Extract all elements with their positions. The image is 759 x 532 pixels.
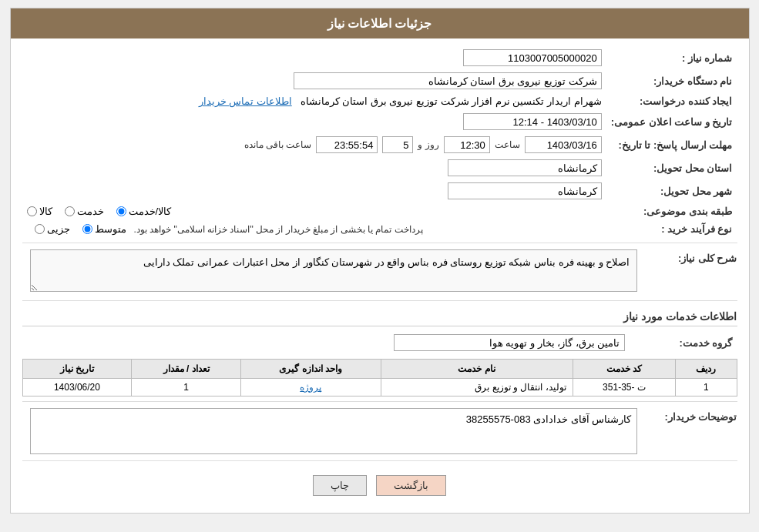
province-label: استان محل تحویل:: [606, 156, 737, 179]
info-table: شماره نیاز : 1103007005000020 نام دستگاه…: [22, 46, 737, 238]
description-label: شرح کلی نیاز:: [637, 248, 737, 267]
city-input: کرمانشاه: [448, 182, 602, 199]
buyer-desc-content: کارشناس آقای خدادادی 083-38255575: [22, 407, 637, 456]
buyer-org-row: نام دستگاه خریدار: شرکت توزیع نیروی برق …: [22, 69, 737, 92]
back-button[interactable]: بازگشت: [376, 475, 446, 496]
page-header: جزئیات اطلاعات نیاز: [11, 8, 749, 38]
category-radio-group: کالا خدمت کالا/خدمت: [27, 206, 602, 217]
services-section-title: اطلاعات خدمات مورد نیاز: [22, 310, 737, 326]
divider-2: [22, 300, 737, 301]
description-content: [22, 248, 637, 296]
province-value: کرمانشاه: [22, 156, 606, 179]
col-code: کد خدمت: [573, 360, 676, 379]
category-khedmat-label: خدمت: [77, 206, 104, 217]
divider-1: [22, 243, 737, 243]
service-group-table: گروه خدمت: تامین برق، گاز، بخار و تهویه …: [22, 331, 737, 354]
city-label: شهر محل تحویل:: [606, 179, 737, 202]
deadline-time-input: 12:30: [444, 136, 490, 153]
description-textarea[interactable]: [30, 249, 637, 292]
col-count: تعداد / مقدار: [132, 360, 241, 379]
unit-link[interactable]: پروژه: [300, 382, 321, 393]
cell-name: تولید، انتقال و توزیع برق: [381, 379, 573, 396]
services-table: ردیف کد خدمت نام خدمت واحد اندازه گیری ت…: [22, 359, 737, 396]
cell-count: 1: [132, 379, 241, 396]
description-section: شرح کلی نیاز:: [22, 248, 737, 296]
category-both-radio[interactable]: [116, 206, 126, 216]
category-options: کالا خدمت کالا/خدمت: [22, 202, 606, 220]
creator-value: شهرام اریدار تکنسین نرم افزار شرکت توزیع…: [22, 92, 606, 110]
service-group-input: تامین برق، گاز، بخار و تهویه هوا: [394, 334, 625, 351]
deadline-remaining-label: ساعت باقی مانده: [244, 139, 312, 150]
content-area: شماره نیاز : 1103007005000020 نام دستگاه…: [11, 38, 749, 513]
table-row: 1 ت -35-351 تولید، انتقال و توزیع برق پر…: [22, 379, 737, 396]
announce-date-row: تاریخ و ساعت اعلان عمومی: 1403/03/10 - 1…: [22, 110, 737, 133]
buyer-org-label: نام دستگاه خریدار:: [606, 69, 737, 92]
category-row: طبقه بندی موضوعی: کالا خدمت: [22, 202, 737, 220]
need-number-value: 1103007005000020: [22, 46, 606, 69]
cell-unit: پروژه: [241, 379, 381, 396]
creator-label: ایجاد کننده درخواست:: [606, 92, 737, 110]
process-radio-group: جزیی متوسط: [35, 223, 126, 235]
process-row: نوع فرآیند خرید : جزیی متوسط: [22, 220, 737, 238]
category-both-item[interactable]: کالا/خدمت: [116, 206, 172, 217]
need-number-input: 1103007005000020: [463, 49, 602, 66]
buyer-desc-box: کارشناس آقای خدادادی 083-38255575: [30, 408, 637, 454]
process-content: جزیی متوسط پرداخت تمام یا بخشی از مبلغ خ…: [22, 220, 606, 238]
deadline-section: 1403/03/16 ساعت 12:30 روز و 5 23:55:54 س…: [27, 136, 602, 153]
process-note: پرداخت تمام یا بخشی از مبلغ خریدار از مح…: [134, 224, 423, 235]
creator-text: شهرام اریدار تکنسین نرم افزار شرکت توزیع…: [301, 95, 602, 107]
buyer-org-value: شرکت توزیع نیروی برق استان کرمانشاه: [22, 69, 606, 92]
deadline-days-input: 5: [382, 136, 413, 153]
process-section: جزیی متوسط پرداخت تمام یا بخشی از مبلغ خ…: [27, 223, 602, 235]
print-button[interactable]: چاپ: [313, 475, 367, 496]
cell-code: ت -35-351: [573, 379, 676, 396]
announce-date-input: 1403/03/10 - 12:14: [463, 113, 602, 130]
need-number-label: شماره نیاز :: [606, 46, 737, 69]
announce-date-label: تاریخ و ساعت اعلان عمومی:: [606, 110, 737, 133]
deadline-row: مهلت ارسال پاسخ: تا تاریخ: 1403/03/16 سا…: [22, 133, 737, 156]
city-row: شهر محل تحویل: کرمانشاه: [22, 179, 737, 202]
service-group-value: تامین برق، گاز، بخار و تهویه هوا: [22, 331, 630, 354]
cell-row: 1: [676, 379, 737, 396]
category-khedmat-item[interactable]: خدمت: [65, 206, 104, 217]
process-motawaset-item[interactable]: متوسط: [82, 223, 126, 235]
deadline-date-input: 1403/03/16: [525, 136, 602, 153]
category-khedmat-radio[interactable]: [65, 206, 75, 216]
service-group-label: گروه خدمت:: [630, 331, 737, 354]
process-label: نوع فرآیند خرید :: [606, 220, 737, 238]
footer-buttons: بازگشت چاپ: [22, 466, 737, 505]
deadline-day-label: روز و: [418, 139, 438, 150]
province-input: کرمانشاه: [448, 159, 602, 176]
services-table-header: ردیف کد خدمت نام خدمت واحد اندازه گیری ت…: [22, 360, 737, 379]
buyer-desc-text: کارشناس آقای خدادادی 083-38255575: [466, 413, 632, 425]
category-kala-radio[interactable]: [27, 206, 37, 216]
col-name: نام خدمت: [381, 360, 573, 379]
col-date: تاریخ نیاز: [22, 360, 132, 379]
col-row: ردیف: [676, 360, 737, 379]
page-container: جزئیات اطلاعات نیاز شماره نیاز : 1103007…: [10, 8, 750, 514]
deadline-label: مهلت ارسال پاسخ: تا تاریخ:: [606, 133, 737, 156]
divider-3: [22, 401, 737, 402]
creator-link[interactable]: اطلاعات تماس خریدار: [199, 95, 292, 107]
buyer-org-input: شرکت توزیع نیروی برق استان کرمانشاه: [294, 72, 602, 89]
divider-4: [22, 460, 737, 461]
process-jozii-item[interactable]: جزیی: [35, 223, 70, 235]
buyer-desc-label: توضیحات خریدار:: [637, 407, 737, 426]
cell-date: 1403/06/20: [22, 379, 132, 396]
process-motawaset-radio[interactable]: [82, 224, 92, 234]
buyer-desc-section: توضیحات خریدار: کارشناس آقای خدادادی 083…: [22, 407, 737, 456]
deadline-time-label: ساعت: [495, 139, 520, 150]
category-kala-item[interactable]: کالا: [27, 206, 52, 217]
category-kala-label: کالا: [39, 206, 52, 217]
service-group-row: گروه خدمت: تامین برق، گاز، بخار و تهویه …: [22, 331, 737, 354]
deadline-content: 1403/03/16 ساعت 12:30 روز و 5 23:55:54 س…: [22, 133, 606, 156]
col-unit: واحد اندازه گیری: [241, 360, 381, 379]
province-row: استان محل تحویل: کرمانشاه: [22, 156, 737, 179]
announce-date-value: 1403/03/10 - 12:14: [22, 110, 606, 133]
process-jozii-radio[interactable]: [35, 224, 45, 234]
need-number-row: شماره نیاز : 1103007005000020: [22, 46, 737, 69]
city-value: کرمانشاه: [22, 179, 606, 202]
creator-row: ایجاد کننده درخواست: شهرام اریدار تکنسین…: [22, 92, 737, 110]
category-label: طبقه بندی موضوعی:: [606, 202, 737, 220]
process-motawaset-label: متوسط: [95, 223, 126, 235]
